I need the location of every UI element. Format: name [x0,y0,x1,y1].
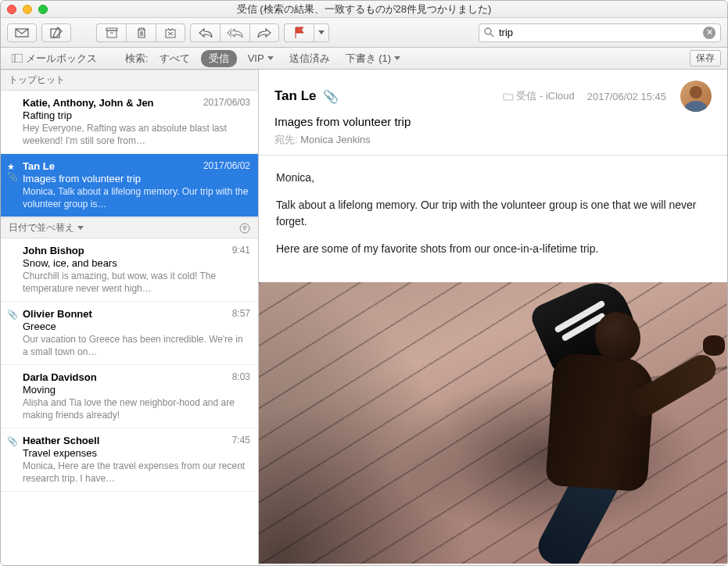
from-name: Tan Le [274,88,317,104]
subject: Images from volunteer trip [274,115,712,128]
search-scope-label: 検索: [125,52,149,66]
search-input[interactable] [499,27,698,38]
filter-icon[interactable] [239,223,250,234]
zoom-window-button[interactable] [38,5,48,14]
scope-vip[interactable]: VIP [243,51,278,66]
search-field[interactable]: ✕ [479,23,721,42]
message-item[interactable]: 📎 Olivier Bonnet8:57 Greece Our vacation… [1,302,258,365]
folder-label: 受信 - iCloud [503,89,575,103]
junk-button[interactable] [156,23,185,42]
message-header: Tan Le 📎 受信 - iCloud 2017/06/02 15:45 Im… [259,70,727,156]
message-item[interactable]: John Bishop9:41 Snow, ice, and bears Chu… [1,238,258,302]
reply-button[interactable] [190,23,220,42]
flag-button[interactable] [284,23,314,42]
svg-point-5 [485,28,491,34]
search-icon [484,27,494,38]
filter-bar: メールボックス 検索: すべて 受信 VIP 送信済み 下書き (1) 保存 [1,48,727,70]
message-item[interactable]: Katie, Anthony, John & Jen2017/06/03 Raf… [1,91,258,154]
scope-all[interactable]: すべて [155,50,195,67]
save-search-button[interactable]: 保存 [690,50,721,66]
get-mail-button[interactable] [7,23,37,42]
delete-button[interactable] [126,23,156,42]
message-item-selected[interactable]: ★📎 Tan Le2017/06/02 Images from voluntee… [1,154,258,217]
sort-header[interactable]: 日付で並べ替え [1,217,258,238]
message-item[interactable]: Darla Davidson8:03 Moving Alisha and Tia… [1,365,258,428]
archive-button[interactable] [96,23,126,42]
window-controls [7,5,48,14]
chevron-down-icon [77,226,84,231]
scope-drafts[interactable]: 下書き (1) [341,50,406,67]
attachment-icon: 📎 [7,172,18,181]
scope-inbox[interactable]: 受信 [201,50,237,67]
recipients: 宛先: Monica Jenkins [274,133,712,147]
minimize-window-button[interactable] [23,5,32,14]
star-icon: ★ [7,162,15,171]
svg-rect-6 [12,54,23,63]
message-list: トップヒット Katie, Anthony, John & Jen2017/06… [1,70,259,565]
message-reader: Tan Le 📎 受信 - iCloud 2017/06/02 15:45 Im… [259,70,727,565]
toolbar: ✕ [1,18,727,48]
mailboxes-button[interactable]: メールボックス [7,50,102,67]
svg-rect-3 [107,30,117,38]
message-body: Monica, Talk about a lifelong memory. Ou… [259,156,727,282]
window-title: 受信 (検索の結果、一致するものが28件見つかりました) [48,2,680,16]
reply-all-button[interactable] [220,23,249,42]
top-hits-header: トップヒット [1,70,258,91]
message-item[interactable]: 📎 Heather Schoell7:45 Travel expenses Mo… [1,428,258,492]
flag-menu-button[interactable] [314,23,329,42]
clear-search-button[interactable]: ✕ [703,27,715,39]
forward-button[interactable] [249,23,279,42]
scope-sent[interactable]: 送信済み [285,50,335,67]
attachment-icon: 📎 [323,89,339,104]
titlebar: 受信 (検索の結果、一致するものが28件見つかりました) [1,1,727,18]
compose-button[interactable] [41,23,71,42]
avatar [680,81,712,112]
datetime-label: 2017/06/02 15:45 [587,91,666,102]
attachment-icon: 📎 [7,310,18,320]
attached-image [259,282,727,564]
attachment-icon: 📎 [7,436,18,446]
close-window-button[interactable] [7,5,16,14]
